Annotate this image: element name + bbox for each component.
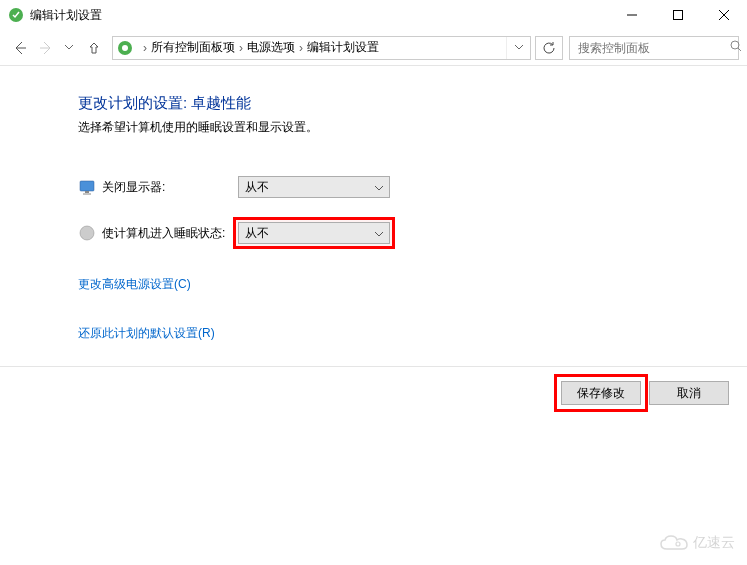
svg-rect-2 bbox=[674, 11, 683, 20]
maximize-button[interactable] bbox=[655, 0, 701, 30]
window-controls bbox=[609, 0, 747, 30]
svg-rect-11 bbox=[80, 181, 94, 191]
display-off-dropdown[interactable]: 从不 bbox=[238, 176, 390, 198]
address-bar[interactable]: › 所有控制面板项 › 电源选项 › 编辑计划设置 bbox=[112, 36, 531, 60]
svg-point-8 bbox=[122, 45, 128, 51]
sleep-value: 从不 bbox=[245, 225, 269, 242]
search-input[interactable] bbox=[576, 40, 730, 56]
app-icon bbox=[8, 7, 24, 23]
monitor-icon bbox=[78, 178, 96, 196]
setting-display-off: 关闭显示器: 从不 bbox=[78, 176, 747, 198]
breadcrumb-sep-icon: › bbox=[239, 41, 243, 55]
refresh-button[interactable] bbox=[535, 36, 563, 60]
search-icon[interactable] bbox=[730, 40, 742, 55]
title-bar: 编辑计划设置 bbox=[0, 0, 747, 30]
breadcrumb-seg-1[interactable]: 所有控制面板项 bbox=[151, 39, 235, 56]
search-box[interactable] bbox=[569, 36, 739, 60]
sleep-dropdown[interactable]: 从不 bbox=[238, 222, 390, 244]
close-button[interactable] bbox=[701, 0, 747, 30]
cloud-icon bbox=[659, 533, 689, 553]
control-panel-icon bbox=[117, 40, 133, 56]
breadcrumb-seg-2[interactable]: 电源选项 bbox=[247, 39, 295, 56]
up-button[interactable] bbox=[82, 36, 106, 60]
page-title: 更改计划的设置: 卓越性能 bbox=[78, 94, 747, 113]
cancel-button[interactable]: 取消 bbox=[649, 381, 729, 405]
advanced-settings-link[interactable]: 更改高级电源设置(C) bbox=[78, 277, 191, 291]
history-dropdown[interactable] bbox=[60, 36, 78, 60]
display-off-label: 关闭显示器: bbox=[102, 179, 238, 196]
navigation-bar: › 所有控制面板项 › 电源选项 › 编辑计划设置 bbox=[0, 30, 747, 66]
watermark-text: 亿速云 bbox=[693, 534, 735, 552]
restore-defaults-link[interactable]: 还原此计划的默认设置(R) bbox=[78, 326, 215, 340]
breadcrumb-sep-icon: › bbox=[299, 41, 303, 55]
breadcrumb-sep-icon: › bbox=[143, 41, 147, 55]
svg-point-15 bbox=[676, 542, 680, 546]
advanced-link-row: 更改高级电源设置(C) bbox=[78, 274, 747, 293]
setting-sleep: 使计算机进入睡眠状态: 从不 bbox=[78, 222, 747, 244]
display-off-value: 从不 bbox=[245, 179, 269, 196]
minimize-button[interactable] bbox=[609, 0, 655, 30]
watermark: 亿速云 bbox=[659, 533, 735, 553]
save-button[interactable]: 保存修改 bbox=[561, 381, 641, 405]
svg-line-10 bbox=[738, 48, 741, 51]
page-description: 选择希望计算机使用的睡眠设置和显示设置。 bbox=[78, 119, 747, 136]
content-area: 更改计划的设置: 卓越性能 选择希望计算机使用的睡眠设置和显示设置。 关闭显示器… bbox=[0, 66, 747, 342]
svg-rect-12 bbox=[85, 191, 89, 193]
moon-icon bbox=[78, 224, 96, 242]
window-title: 编辑计划设置 bbox=[30, 7, 609, 24]
back-button[interactable] bbox=[8, 36, 32, 60]
button-bar: 保存修改 取消 bbox=[0, 366, 747, 405]
svg-point-9 bbox=[731, 41, 739, 49]
sleep-label: 使计算机进入睡眠状态: bbox=[102, 225, 238, 242]
breadcrumb-seg-3[interactable]: 编辑计划设置 bbox=[307, 39, 379, 56]
address-dropdown-icon[interactable] bbox=[506, 37, 530, 59]
chevron-down-icon bbox=[375, 180, 383, 194]
forward-button[interactable] bbox=[34, 36, 58, 60]
chevron-down-icon bbox=[375, 226, 383, 240]
restore-link-row: 还原此计划的默认设置(R) bbox=[78, 323, 747, 342]
svg-point-14 bbox=[80, 226, 94, 240]
